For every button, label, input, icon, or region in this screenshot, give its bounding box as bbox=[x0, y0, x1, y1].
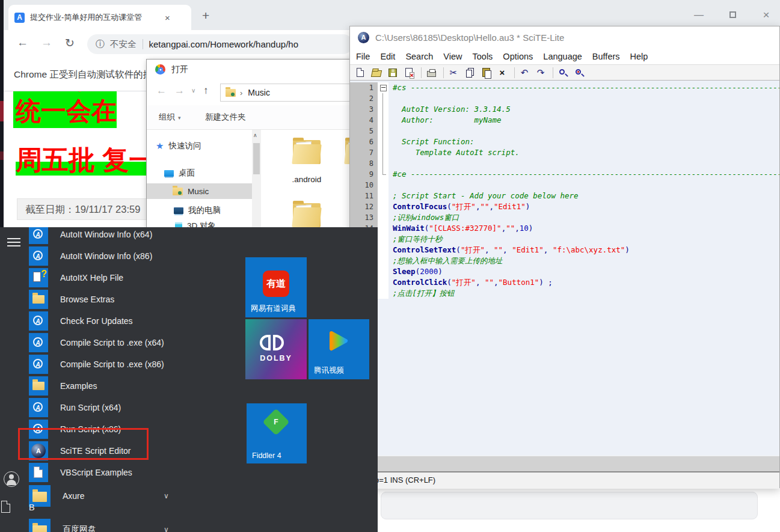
scite-statusbar: o=1 INS (CR+LF) bbox=[350, 471, 779, 489]
page-info-icon[interactable]: ⓘ bbox=[96, 38, 105, 50]
tile-youdao-dictionary[interactable]: 有道 网易有道词典 bbox=[245, 257, 307, 317]
sidebar-item-quick-access[interactable]: ★ 快速访问 bbox=[156, 138, 201, 154]
undo-icon[interactable]: ↶ bbox=[519, 67, 530, 78]
window-minimize-button[interactable]: — bbox=[685, 6, 713, 24]
code-line[interactable]: 10 bbox=[350, 180, 779, 191]
sidebar-item-desktop[interactable]: 桌面 bbox=[164, 165, 195, 181]
new-folder-button[interactable]: 新建文件夹 bbox=[205, 112, 246, 123]
open-file-icon[interactable] bbox=[371, 67, 382, 78]
start-menu-item-run-script-x64-[interactable]: ARun Script (x64) bbox=[29, 397, 121, 418]
code-line[interactable]: 7 Template AutoIt script. bbox=[350, 147, 779, 158]
code-line[interactable]: 14WinWait("[CLASS:#32770]","",10) bbox=[350, 223, 779, 234]
scite-titlebar[interactable]: A C:\Users\86185\Desktop\Hello.au3 * Sci… bbox=[350, 26, 779, 49]
scite-window: A C:\Users\86185\Desktop\Hello.au3 * Sci… bbox=[349, 26, 780, 488]
start-menu-item-check-for-updates[interactable]: ACheck For Updates bbox=[29, 310, 133, 332]
code-line[interactable]: 4 Author: myName bbox=[350, 115, 779, 126]
code-line[interactable]: 16ControlSetText("打开", "", "Edit1", "f:\… bbox=[350, 245, 779, 255]
my-computer-icon bbox=[174, 207, 183, 214]
user-account-icon[interactable] bbox=[4, 471, 19, 487]
window-close-button[interactable]: × bbox=[752, 6, 780, 24]
dialog-up-button[interactable]: ↑ bbox=[203, 85, 209, 97]
copy-icon[interactable] bbox=[464, 67, 475, 78]
close-file-icon[interactable] bbox=[404, 67, 414, 78]
folder-item-android[interactable] bbox=[293, 140, 321, 164]
code-line[interactable]: 3 AutoIt Version: 3.3.14.5 bbox=[350, 104, 779, 115]
new-tab-button[interactable]: + bbox=[202, 8, 209, 23]
paste-icon[interactable] bbox=[481, 67, 491, 78]
dialog-back-button[interactable]: ← bbox=[156, 85, 167, 97]
back-button[interactable]: ← bbox=[17, 36, 28, 49]
start-menu-item-compile-script-to-exe-x86-[interactable]: ACompile Script to .exe (x86) bbox=[29, 353, 164, 375]
code-line[interactable]: 19ControlClick("打开", "","Button1") ; bbox=[350, 277, 779, 288]
start-menu-item-baidu[interactable]: 百度网盘 bbox=[29, 517, 96, 532]
find-icon[interactable] bbox=[557, 67, 568, 78]
forward-button[interactable]: → bbox=[41, 36, 52, 49]
code-line[interactable]: 15;窗口等待十秒 bbox=[350, 234, 779, 245]
documents-icon[interactable] bbox=[1, 501, 10, 513]
menu-language[interactable]: Language bbox=[543, 52, 582, 61]
dialog-history-dropdown-icon[interactable]: ∨ bbox=[191, 87, 195, 94]
start-menu-item-examples[interactable]: Examples bbox=[29, 375, 97, 397]
breadcrumb-location[interactable]: Music bbox=[248, 88, 270, 97]
code-line[interactable]: 6 Script Function: bbox=[350, 136, 779, 147]
chevron-down-icon[interactable]: ∨ bbox=[164, 525, 169, 532]
tile-fiddler[interactable]: F Fiddler 4 bbox=[247, 403, 307, 463]
menu-options[interactable]: Options bbox=[503, 52, 533, 61]
start-menu-item-autoit-window-info-x86-[interactable]: AAutoIt Window Info (x86) bbox=[29, 245, 152, 267]
code-line[interactable]: 12ControlFocus("打开","","Edit1") bbox=[350, 201, 779, 212]
reload-button[interactable]: ↻ bbox=[65, 36, 75, 50]
redo-icon[interactable]: ↷ bbox=[535, 67, 546, 78]
address-bar[interactable]: ⓘ 不安全 ketangpai.com/Homework/handup/ho bbox=[87, 34, 353, 54]
code-line[interactable]: 17;想输入框中输入需要上传的地址 bbox=[350, 255, 779, 266]
menu-view[interactable]: View bbox=[443, 52, 462, 61]
start-menu-section-header[interactable]: B bbox=[29, 503, 35, 512]
menu-edit[interactable]: Edit bbox=[380, 52, 395, 61]
fold-marker-icon[interactable] bbox=[378, 82, 388, 93]
start-menu-item-vbscript-examples[interactable]: VBScript Examples bbox=[29, 462, 132, 483]
code-line[interactable]: 5 bbox=[350, 126, 779, 136]
code-line[interactable]: 8 bbox=[350, 158, 779, 169]
menu-help[interactable]: Help bbox=[630, 52, 648, 61]
fold-margin bbox=[378, 245, 388, 255]
menu-buffers[interactable]: Buffers bbox=[592, 52, 620, 61]
scrollbar-thumb[interactable] bbox=[253, 143, 260, 174]
code-line[interactable]: 13;识别windows窗口 bbox=[350, 212, 779, 223]
folder-item-row2[interactable] bbox=[293, 203, 321, 227]
delete-icon[interactable]: × bbox=[497, 67, 508, 78]
find-next-icon[interactable] bbox=[574, 67, 585, 78]
editor-horizontal-scrollbar[interactable] bbox=[350, 456, 779, 471]
code-line[interactable]: 1#cs -----------------------------------… bbox=[350, 82, 779, 93]
code-editor[interactable]: 1#cs -----------------------------------… bbox=[350, 81, 779, 456]
tab-close-icon[interactable]: × bbox=[165, 13, 170, 23]
chevron-down-icon[interactable]: ∨ bbox=[164, 492, 169, 500]
sidebar-item-music-selected[interactable]: Music bbox=[147, 183, 253, 199]
window-maximize-button[interactable] bbox=[719, 6, 746, 24]
code-line[interactable]: 11; Script Start - Add your code below h… bbox=[350, 191, 779, 201]
code-line[interactable]: 20;点击[打开】按钮 bbox=[350, 288, 779, 299]
code-line[interactable]: 9#ce -----------------------------------… bbox=[350, 169, 779, 180]
start-menu-item-autoitx-help-file[interactable]: ?AutoItX Help File bbox=[29, 267, 123, 289]
start-menu-item-autoit-window-info-x64-[interactable]: AAutoIt Window Info (x64) bbox=[29, 227, 152, 245]
cut-icon[interactable]: ✂ bbox=[448, 67, 459, 78]
hamburger-menu-icon[interactable] bbox=[7, 238, 20, 246]
menu-file[interactable]: File bbox=[356, 52, 370, 61]
new-file-icon[interactable] bbox=[355, 67, 366, 78]
folder-label-android[interactable]: .android bbox=[283, 175, 331, 184]
menu-tools[interactable]: Tools bbox=[473, 52, 493, 61]
tile-tencent-video[interactable]: 腾讯视频 bbox=[309, 319, 369, 379]
organize-button[interactable]: 组织▾ bbox=[159, 112, 181, 123]
code-line[interactable]: 18Sleep(2000) bbox=[350, 266, 779, 277]
code-line[interactable]: 2 bbox=[350, 93, 779, 104]
print-icon[interactable] bbox=[426, 67, 437, 78]
save-file-icon[interactable] bbox=[387, 67, 398, 78]
start-menu-item-compile-script-to-exe-x64-[interactable]: ACompile Script to .exe (x64) bbox=[29, 332, 164, 353]
start-menu-item-axure[interactable]: Axure bbox=[29, 483, 85, 509]
start-menu-item-browse-extras[interactable]: Browse Extras bbox=[29, 289, 114, 310]
dialog-forward-button[interactable]: → bbox=[174, 85, 185, 97]
code-text: Sleep(2000) bbox=[388, 266, 443, 277]
menu-search[interactable]: Search bbox=[405, 52, 433, 61]
browser-tab[interactable]: A 提交作业-简单好用的互动课堂管 × bbox=[8, 5, 191, 30]
scrollbar-up-icon[interactable]: ∧ bbox=[253, 132, 257, 138]
tile-dolby[interactable]: DOLBY bbox=[245, 319, 307, 379]
sidebar-item-my-computer[interactable]: 我的电脑 bbox=[174, 203, 221, 218]
